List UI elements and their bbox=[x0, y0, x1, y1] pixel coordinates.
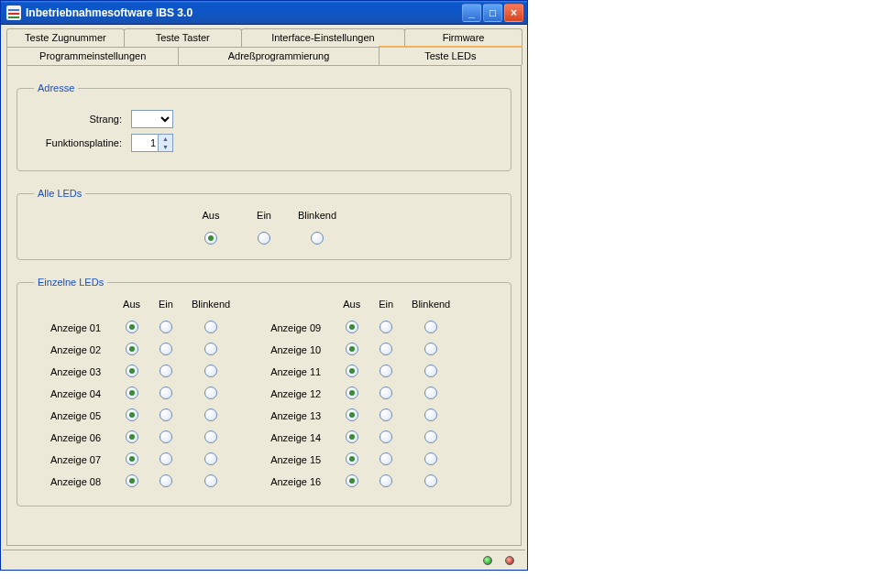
radio-anzeige-02-ein[interactable] bbox=[160, 343, 172, 355]
table-row: Anzeige 14 bbox=[261, 427, 459, 449]
tab-strip: Teste Zugnummer Teste Taster Interface-E… bbox=[6, 28, 522, 65]
table-row: Anzeige 10 bbox=[261, 339, 459, 361]
table-row: Anzeige 05 bbox=[41, 405, 239, 427]
statusbar bbox=[3, 550, 525, 570]
anzeige-label: Anzeige 05 bbox=[41, 405, 114, 427]
radio-anzeige-11-ein[interactable] bbox=[380, 365, 392, 377]
radio-anzeige-03-aus[interactable] bbox=[126, 365, 138, 377]
radio-anzeige-04-aus[interactable] bbox=[126, 387, 138, 399]
radio-anzeige-08-ein[interactable] bbox=[160, 474, 172, 487]
radio-anzeige-05-blinkend[interactable] bbox=[204, 408, 217, 421]
radio-anzeige-13-aus[interactable] bbox=[346, 408, 358, 421]
radio-anzeige-04-blinkend[interactable] bbox=[204, 387, 217, 399]
radio-anzeige-07-aus[interactable] bbox=[126, 452, 138, 465]
group-einzelne-legend: Einzelne LEDs bbox=[34, 277, 107, 288]
radio-anzeige-05-aus[interactable] bbox=[126, 408, 138, 421]
status-led-green-icon bbox=[483, 556, 492, 565]
radio-anzeige-15-ein[interactable] bbox=[380, 452, 392, 465]
radio-anzeige-10-blinkend[interactable] bbox=[424, 343, 437, 355]
einzelne-header-aus: Aus bbox=[334, 299, 369, 317]
all-leds-radio-aus[interactable] bbox=[204, 232, 217, 245]
radio-anzeige-06-aus[interactable] bbox=[126, 430, 138, 443]
anzeige-label: Anzeige 12 bbox=[261, 383, 334, 405]
titlebar[interactable]: Inbetriebnahmesoftware IBS 3.0 _ □ × bbox=[1, 1, 527, 25]
radio-anzeige-04-ein[interactable] bbox=[160, 387, 172, 399]
radio-anzeige-01-aus[interactable] bbox=[126, 321, 138, 333]
anzeige-label: Anzeige 13 bbox=[261, 405, 334, 427]
close-button[interactable]: × bbox=[504, 4, 523, 22]
einzelne-leds-grid: AusEinBlinkendAnzeige 01Anzeige 02Anzeig… bbox=[30, 299, 498, 493]
radio-anzeige-02-blinkend[interactable] bbox=[204, 343, 217, 355]
radio-anzeige-07-ein[interactable] bbox=[160, 452, 172, 465]
einzelne-header-ein: Ein bbox=[369, 299, 402, 317]
radio-anzeige-10-ein[interactable] bbox=[380, 343, 392, 355]
radio-anzeige-07-blinkend[interactable] bbox=[204, 452, 217, 465]
radio-anzeige-10-aus[interactable] bbox=[346, 343, 358, 355]
radio-anzeige-15-blinkend[interactable] bbox=[424, 452, 437, 465]
radio-anzeige-12-aus[interactable] bbox=[346, 387, 358, 399]
tab-firmware[interactable]: Firmware bbox=[404, 28, 522, 47]
minimize-button[interactable]: _ bbox=[462, 4, 481, 22]
table-row: Anzeige 02 bbox=[41, 339, 239, 361]
anzeige-label: Anzeige 06 bbox=[41, 427, 114, 449]
radio-anzeige-11-blinkend[interactable] bbox=[424, 365, 437, 377]
window-title: Inbetriebnahmesoftware IBS 3.0 bbox=[26, 6, 460, 19]
radio-anzeige-02-aus[interactable] bbox=[126, 343, 138, 355]
radio-anzeige-05-ein[interactable] bbox=[160, 408, 172, 421]
einzelne-header-blinkend: Blinkend bbox=[182, 299, 239, 317]
radio-anzeige-12-blinkend[interactable] bbox=[424, 387, 437, 399]
anzeige-label: Anzeige 03 bbox=[41, 361, 114, 383]
radio-anzeige-08-aus[interactable] bbox=[126, 474, 138, 487]
radio-anzeige-14-blinkend[interactable] bbox=[424, 430, 437, 443]
tab-panel-teste-leds: Adresse Strang: Funktionsplatine: ▲ ▼ bbox=[6, 65, 522, 546]
tab-teste-taster[interactable]: Teste Taster bbox=[124, 28, 242, 47]
tab-programmeinstellungen[interactable]: Programmeinstellungen bbox=[6, 47, 179, 65]
anzeige-label: Anzeige 02 bbox=[41, 339, 114, 361]
radio-anzeige-13-ein[interactable] bbox=[380, 408, 392, 421]
radio-anzeige-16-blinkend[interactable] bbox=[424, 474, 437, 487]
funktionsplatine-value[interactable] bbox=[132, 136, 158, 149]
tab-row-2: Programmeinstellungen Adreßprogrammierun… bbox=[6, 47, 522, 65]
funktionsplatine-spinner[interactable]: ▲ ▼ bbox=[131, 134, 173, 152]
radio-anzeige-16-ein[interactable] bbox=[380, 474, 392, 487]
group-einzelne-leds: Einzelne LEDs AusEinBlinkendAnzeige 01An… bbox=[16, 277, 512, 506]
table-row: Anzeige 15 bbox=[261, 449, 459, 471]
radio-anzeige-03-ein[interactable] bbox=[160, 365, 172, 377]
spinner-up-icon[interactable]: ▲ bbox=[158, 135, 172, 143]
radio-anzeige-14-aus[interactable] bbox=[346, 430, 358, 443]
table-row: Anzeige 13 bbox=[261, 405, 459, 427]
radio-anzeige-11-aus[interactable] bbox=[346, 365, 358, 377]
group-alle-leds: Alle LEDs AusEinBlinkend bbox=[16, 188, 512, 260]
radio-anzeige-16-aus[interactable] bbox=[346, 474, 358, 487]
anzeige-label: Anzeige 04 bbox=[41, 383, 114, 405]
radio-anzeige-08-blinkend[interactable] bbox=[204, 474, 217, 487]
maximize-button[interactable]: □ bbox=[483, 4, 502, 22]
radio-anzeige-06-ein[interactable] bbox=[160, 430, 172, 443]
radio-anzeige-13-blinkend[interactable] bbox=[424, 408, 437, 421]
anzeige-label: Anzeige 07 bbox=[41, 449, 114, 471]
tab-adressprogrammierung[interactable]: Adreßprogrammierung bbox=[178, 47, 379, 65]
radio-anzeige-14-ein[interactable] bbox=[380, 430, 392, 443]
radio-anzeige-12-ein[interactable] bbox=[380, 387, 392, 399]
radio-anzeige-09-ein[interactable] bbox=[380, 321, 392, 333]
anzeige-label: Anzeige 16 bbox=[261, 471, 334, 493]
radio-anzeige-01-blinkend[interactable] bbox=[204, 321, 217, 333]
all-leds-radio-ein[interactable] bbox=[258, 232, 270, 245]
radio-anzeige-15-aus[interactable] bbox=[346, 452, 358, 465]
table-row: Anzeige 07 bbox=[41, 449, 239, 471]
radio-anzeige-03-blinkend[interactable] bbox=[204, 365, 217, 377]
strang-select[interactable] bbox=[131, 110, 173, 128]
all-leds-radios: AusEinBlinkend bbox=[30, 210, 498, 246]
table-row: Anzeige 06 bbox=[41, 427, 239, 449]
radio-anzeige-09-blinkend[interactable] bbox=[424, 321, 437, 333]
radio-anzeige-09-aus[interactable] bbox=[346, 321, 358, 333]
table-row: Anzeige 11 bbox=[261, 361, 459, 383]
tab-interface-einstellungen[interactable]: Interface-Einstellungen bbox=[241, 28, 406, 47]
radio-anzeige-01-ein[interactable] bbox=[160, 321, 172, 333]
radio-anzeige-06-blinkend[interactable] bbox=[204, 430, 217, 443]
table-row: Anzeige 16 bbox=[261, 471, 459, 493]
tab-teste-leds[interactable]: Teste LEDs bbox=[379, 46, 522, 65]
tab-teste-zugnummer[interactable]: Teste Zugnummer bbox=[6, 28, 125, 47]
all-leds-radio-blinkend[interactable] bbox=[311, 232, 324, 245]
spinner-down-icon[interactable]: ▼ bbox=[158, 143, 172, 151]
